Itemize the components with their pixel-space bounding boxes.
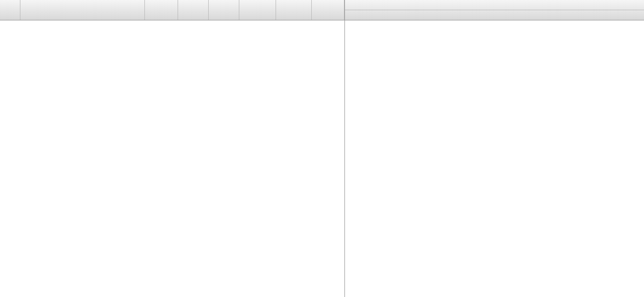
project-gantt-app [0,0,644,297]
gantt-chart [345,0,644,297]
header-num[interactable] [0,0,20,20]
header-finish[interactable] [209,0,239,20]
header-cost[interactable] [239,0,276,20]
task-table [0,0,345,297]
table-header [0,0,344,20]
header-start[interactable] [178,0,209,20]
timeline-header [345,0,644,20]
header-duration[interactable] [145,0,179,20]
header-name[interactable] [20,0,145,20]
header-priority[interactable] [276,0,312,20]
header-complete[interactable] [312,0,344,20]
